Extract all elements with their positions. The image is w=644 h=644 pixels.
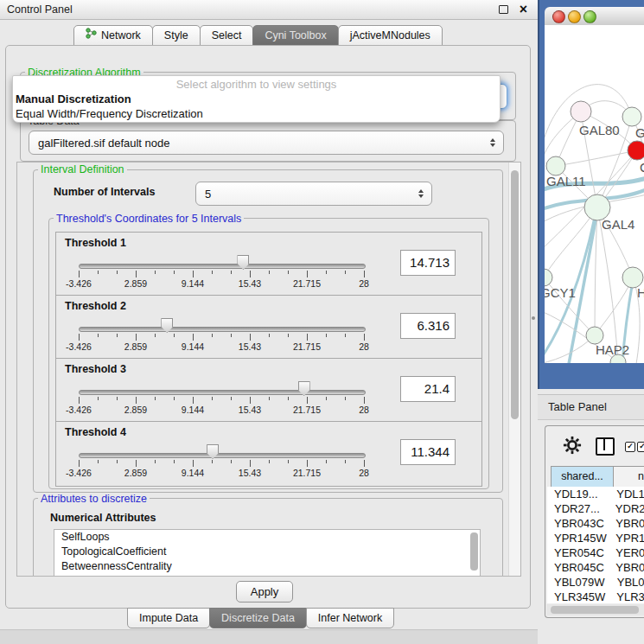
table-data-combobox-value: galFiltered.sif default node — [38, 137, 169, 150]
tick-mark — [117, 271, 118, 274]
node-label: H — [637, 285, 644, 300]
cell-shared-name: YDL19... — [547, 487, 615, 501]
table-row[interactable]: YBL079WYBL0 — [547, 575, 644, 590]
tab-label: Cyni Toolbox — [265, 26, 326, 45]
settings-scrollbar-thumb[interactable] — [511, 170, 519, 419]
table-row[interactable]: YPR145WYPR1 — [547, 531, 644, 545]
tick-mark — [326, 460, 327, 463]
table-row[interactable]: YBR043CYBR0 — [547, 516, 644, 531]
table-row[interactable]: YBR045CYBR0 — [547, 560, 644, 575]
tick-label: 2.859 — [118, 341, 153, 352]
tab-infer-network[interactable]: Infer Network — [306, 608, 394, 628]
table-panel-window: ✓ ✓ shared... n YDL19...YDL1YDR27...YDR2… — [545, 425, 644, 618]
apply-button[interactable]: Apply — [236, 581, 293, 603]
tick-label: -3.426 — [61, 278, 96, 289]
settings-scrollbar-track[interactable] — [508, 163, 520, 576]
tick-mark — [155, 271, 156, 274]
algorithm-dropdown-popup: Select algorithm to view settings Manual… — [12, 75, 501, 123]
thresholds-group-title: Threshold's Coordinates for 5 Intervals — [54, 213, 244, 225]
slider-track[interactable] — [79, 264, 366, 269]
tab-cyni-toolbox[interactable]: Cyni Toolbox — [252, 25, 338, 46]
tab-label: Infer Network — [318, 609, 382, 628]
tick-mark — [174, 460, 175, 463]
tick-label: 21.715 — [290, 468, 324, 478]
network-node-gal80[interactable] — [571, 101, 591, 122]
slider-track[interactable] — [79, 327, 366, 332]
column-header-name[interactable]: n — [613, 466, 644, 488]
network-node-ga[interactable] — [622, 107, 641, 126]
slider-track[interactable] — [79, 390, 366, 395]
threshold-label: Threshold 2 — [65, 300, 126, 312]
tick-mark — [231, 271, 232, 274]
threshold-value-field[interactable]: 14.713 — [400, 250, 456, 276]
tick-label: 2.859 — [118, 405, 153, 415]
network-node-hap2[interactable] — [586, 327, 603, 344]
threshold-value-field[interactable]: 11.344 — [400, 439, 456, 465]
column-header-shared-name[interactable]: shared... — [551, 466, 614, 488]
number-of-intervals-combobox[interactable]: 5 — [195, 182, 432, 206]
attributes-list-scrollbar[interactable] — [470, 532, 478, 571]
tick-mark — [212, 460, 213, 463]
table-row[interactable]: YDL19...YDL1 — [547, 487, 644, 501]
network-node-gal11[interactable] — [546, 156, 565, 175]
tab-label: Network — [101, 26, 141, 45]
cell-name: YBR0 — [614, 560, 644, 575]
popup-item-equal-width-frequency[interactable]: Equal Width/Frequency Discretization — [16, 107, 203, 120]
threshold-value-field[interactable]: 21.4 — [400, 376, 456, 402]
table-row[interactable]: YER054CYER0 — [547, 545, 644, 560]
network-canvas[interactable]: GAL80GACGAL11GAL4GCY1HHAP2 — [545, 25, 644, 363]
tab-discretize-data[interactable]: Discretize Data — [209, 608, 307, 628]
float-window-icon[interactable] — [499, 5, 508, 14]
close-icon[interactable]: × — [520, 0, 527, 19]
popup-item-manual-discretization[interactable]: Manual Discretization — [16, 92, 131, 105]
attribute-item[interactable]: BetweennessCentrality — [54, 559, 480, 574]
network-window-titlebar[interactable] — [545, 7, 644, 26]
tick-label: 21.715 — [290, 278, 324, 289]
window-zoom-button[interactable] — [583, 10, 596, 23]
node-label: C — [640, 160, 644, 175]
tick-mark — [288, 397, 289, 400]
tab-style[interactable]: Style — [152, 25, 201, 46]
split-divider-handle[interactable] — [532, 316, 535, 320]
slider-track[interactable] — [79, 453, 366, 458]
threshold-value-field[interactable]: 6.316 — [400, 313, 456, 339]
tick-mark — [79, 460, 80, 467]
window-close-button[interactable] — [552, 10, 565, 23]
table-row[interactable]: YDR27...YDR2 — [547, 501, 644, 516]
split-table-icon[interactable] — [596, 437, 615, 456]
tick-label: 15.43 — [233, 341, 267, 352]
window-minimize-button[interactable] — [568, 10, 581, 23]
table-data-combobox[interactable]: galFiltered.sif default node — [29, 131, 504, 155]
tab-jactivemnodules[interactable]: jActiveMNodules — [338, 25, 443, 46]
tick-label: 15.43 — [233, 278, 267, 289]
tick-mark — [79, 334, 80, 341]
tick-label: 2.859 — [118, 468, 153, 478]
tick-mark — [98, 460, 99, 463]
attribute-item[interactable]: TopologicalCoefficient — [54, 545, 480, 559]
attribute-item[interactable]: SelfLoops — [54, 530, 480, 545]
attributes-group-title: Attributes to discretize — [38, 493, 150, 505]
tick-label: 21.715 — [290, 341, 324, 352]
settings-scroll-area: Interval Definition Number of Intervals … — [16, 162, 521, 577]
tick-mark — [326, 271, 327, 274]
tab-network[interactable]: Network — [73, 25, 153, 46]
checkbox-icon[interactable]: ✓ — [637, 442, 644, 452]
network-node-gcy1[interactable] — [545, 269, 552, 286]
cell-shared-name: YLR345W — [547, 590, 615, 603]
network-node-c[interactable] — [628, 141, 644, 160]
table-row[interactable]: YLR345WYLR3 — [547, 590, 644, 603]
slider-ticks — [79, 334, 364, 341]
tab-impute-data[interactable]: Impute Data — [127, 608, 210, 628]
gear-icon[interactable] — [563, 436, 582, 455]
checkbox-icon[interactable]: ✓ — [625, 442, 635, 452]
tick-mark — [269, 334, 270, 337]
node-label: GAL11 — [546, 174, 586, 188]
table-hscrollbar-thumb[interactable] — [551, 606, 639, 614]
table-hscrollbar-track[interactable] — [546, 604, 644, 615]
node-label: GCY1 — [545, 285, 576, 300]
numerical-attributes-list[interactable]: SelfLoopsTopologicalCoefficientBetweenne… — [54, 529, 481, 577]
tab-select[interactable]: Select — [200, 25, 254, 46]
tab-label: jActiveMNodules — [350, 26, 430, 45]
tick-mark — [307, 460, 308, 467]
tick-mark — [288, 271, 289, 274]
